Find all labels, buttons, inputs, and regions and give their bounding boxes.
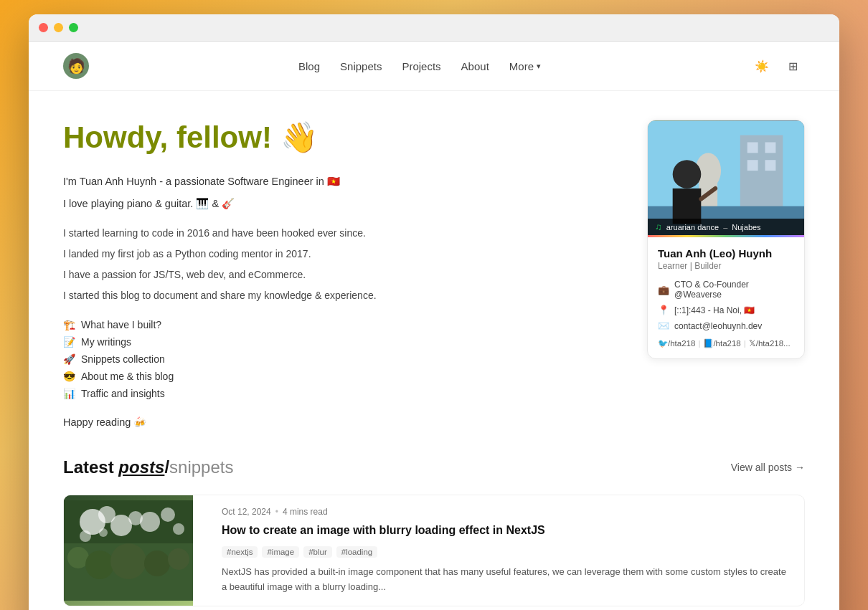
nav-snippets[interactable]: Snippets (340, 60, 382, 72)
latest-header: Latest posts/snippets View all posts → (63, 457, 805, 477)
social-twitter[interactable]: 🐦/hta218 (658, 338, 695, 348)
writings-label: My writings (81, 336, 131, 348)
latest-snippets-label: snippets (169, 457, 233, 477)
profile-name: Tuan Anh (Leo) Huynh (658, 247, 794, 259)
social-instagram[interactable]: 📘/hta218 (703, 338, 740, 348)
post-date: Oct 12, 2024 (222, 507, 271, 517)
writings-icon: 📝 (63, 336, 75, 348)
svg-point-25 (110, 543, 146, 579)
post-title[interactable]: How to create an image with blurry loadi… (222, 523, 793, 538)
story-block: I started learning to code in 2016 and h… (63, 224, 618, 305)
writings-link[interactable]: 📝 My writings (63, 336, 618, 348)
spotify-artist: Nujabes (732, 223, 760, 232)
story2: I landed my first job as a Python coding… (63, 245, 618, 263)
profile-role: Learner | Builder (658, 261, 794, 271)
profile-card: ♫ aruarian dance – Nujabes Tuan Anh (Leo… (647, 120, 805, 359)
profile-photo (648, 120, 804, 235)
bio-line2: I love playing piano & guitar. 🎹 & 🎸 (63, 195, 618, 213)
post-thumbnail (64, 495, 193, 606)
profile-info: Tuan Anh (Leo) Huynh Learner | Builder 💼… (648, 237, 804, 358)
maximize-button[interactable] (69, 23, 78, 32)
location-icon: 📍 (658, 305, 669, 315)
svg-point-19 (140, 512, 160, 532)
chevron-down-icon: ▾ (537, 62, 541, 71)
svg-point-27 (168, 548, 189, 570)
profile-location: [::1]:443 - Ha Noi, 🇻🇳 (674, 305, 755, 315)
tag-nextjs[interactable]: #nextjs (222, 546, 258, 558)
svg-rect-4 (747, 160, 758, 171)
latest-posts-label: posts (118, 457, 164, 477)
latest-section: Latest posts/snippets View all posts → (29, 457, 839, 610)
profile-detail-job: 💼 CTO & Co-Founder @Weaverse (658, 280, 794, 300)
about-link[interactable]: 😎 About me & this blog (63, 371, 618, 382)
post-tags: #nextjs #image #blur #loading (222, 546, 793, 558)
latest-title: Latest posts/snippets (63, 457, 233, 477)
svg-point-24 (85, 551, 114, 579)
briefcase-icon: 💼 (658, 285, 669, 295)
theme-toggle-button[interactable]: ☀️ (750, 54, 773, 77)
left-section: Howdy, fellow! 👋 I'm Tuan Anh Huynh - a … (63, 120, 618, 429)
browser-window: 🧑 Blog Snippets Projects About More ▾ ☀️… (29, 14, 839, 610)
happy-reading: Happy reading 🍻 (63, 416, 618, 429)
flower-image (64, 500, 193, 601)
site-logo[interactable]: 🧑 (63, 53, 89, 79)
svg-point-9 (673, 160, 702, 189)
grid-view-button[interactable]: ⊞ (782, 54, 805, 77)
social-sep2: | (744, 339, 746, 348)
snippets-label: Snippets collection (81, 353, 165, 365)
story1: I started learning to code in 2016 and h… (63, 224, 618, 242)
post-excerpt: NextJS has provided a built-in image com… (222, 565, 793, 595)
traffic-icon: 📊 (63, 388, 75, 399)
post-thumbnail-image (64, 495, 193, 606)
profile-detail-location: 📍 [::1]:443 - Ha Noi, 🇻🇳 (658, 305, 794, 315)
story4: I started this blog to document and shar… (63, 287, 618, 305)
nav-projects[interactable]: Projects (402, 60, 440, 72)
right-section: ♫ aruarian dance – Nujabes Tuan Anh (Leo… (647, 120, 805, 429)
svg-point-21 (173, 523, 184, 535)
svg-point-18 (99, 528, 108, 537)
browser-titlebar (29, 14, 839, 42)
built-link[interactable]: 🏗️ What have I built? (63, 319, 618, 330)
about-label: About me & this blog (81, 371, 174, 382)
about-icon: 😎 (63, 371, 75, 382)
post-read-time: 4 mins read (283, 507, 328, 517)
tag-blur[interactable]: #blur (303, 546, 332, 558)
svg-point-26 (144, 551, 170, 576)
minimize-button[interactable] (54, 23, 63, 32)
built-icon: 🏗️ (63, 319, 75, 330)
bio-links: 🏗️ What have I built? 📝 My writings 🚀 Sn… (63, 319, 618, 399)
nav-links: Blog Snippets Projects About More ▾ (298, 60, 541, 72)
spotify-icon: ♫ (655, 221, 662, 232)
svg-point-17 (80, 530, 91, 542)
social-x[interactable]: 𝕏/hta218... (749, 338, 791, 348)
svg-rect-3 (765, 142, 776, 153)
more-dropdown[interactable]: More ▾ (509, 60, 541, 72)
meta-dot: • (275, 507, 278, 517)
profile-email: contact@leohuynh.dev (674, 321, 762, 331)
post-content: Oct 12, 2024 • 4 mins read How to create… (210, 495, 804, 606)
hero-heading: Howdy, fellow! 👋 (63, 120, 618, 156)
latest-prefix: Latest (63, 457, 118, 477)
social-sep1: | (698, 339, 700, 348)
bio-line1: I'm Tuan Anh Huynh - a passionate Softwa… (63, 173, 618, 191)
built-label: What have I built? (81, 319, 161, 330)
close-button[interactable] (39, 23, 48, 32)
tag-loading[interactable]: #loading (336, 546, 377, 558)
browser-content: 🧑 Blog Snippets Projects About More ▾ ☀️… (29, 42, 839, 610)
spotify-sep: – (723, 223, 727, 232)
profile-image (648, 120, 804, 235)
post-meta: Oct 12, 2024 • 4 mins read (222, 507, 793, 517)
svg-point-20 (161, 507, 175, 522)
snippets-link[interactable]: 🚀 Snippets collection (63, 353, 618, 365)
profile-photo-container: ♫ aruarian dance – Nujabes (648, 120, 804, 235)
snippets-icon: 🚀 (63, 353, 75, 365)
nav-blog[interactable]: Blog (298, 60, 320, 72)
email-icon: ✉️ (658, 320, 669, 331)
svg-rect-2 (747, 142, 758, 153)
traffic-link[interactable]: 📊 Traffic and insights (63, 388, 618, 399)
tag-image[interactable]: #image (262, 546, 299, 558)
view-all-posts-link[interactable]: View all posts → (731, 462, 805, 473)
more-label: More (509, 60, 534, 72)
nav-about[interactable]: About (461, 60, 489, 72)
post-card[interactable]: Oct 12, 2024 • 4 mins read How to create… (63, 495, 805, 606)
